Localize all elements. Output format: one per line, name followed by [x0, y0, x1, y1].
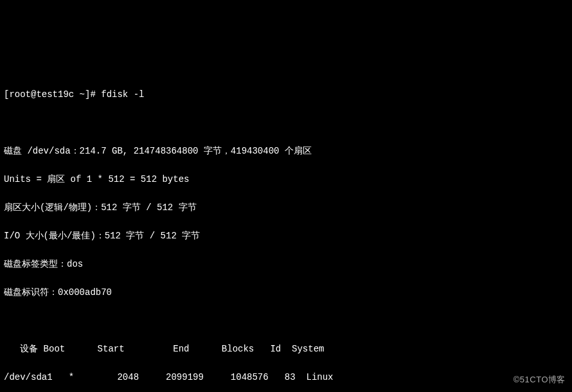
watermark: ©51CTO博客 [514, 373, 566, 387]
sda-ident: 磁盘标识符：0x000adb70 [4, 287, 112, 298]
sda-sector: 扇区大小(逻辑/物理)：512 字节 / 512 字节 [4, 202, 197, 213]
prompt-line: [root@test19c ~]# fdisk -l [4, 89, 144, 100]
partition-header: 设备 Boot Start End Blocks Id System [4, 344, 324, 354]
partition-row-sda1: /dev/sda1 * 2048 2099199 1048576 83 Linu… [4, 372, 333, 382]
sda-label: 磁盘标签类型：dos [4, 259, 83, 269]
sda-header: 磁盘 /dev/sda：214.7 GB, 214748364800 字节，41… [4, 146, 312, 156]
sda-io: I/O 大小(最小/最佳)：512 字节 / 512 字节 [4, 231, 200, 241]
terminal[interactable]: [root@test19c ~]# fdisk -l 磁盘 /dev/sda：2… [0, 71, 572, 392]
sda-units: Units = 扇区 of 1 * 512 = 512 bytes [4, 174, 189, 184]
